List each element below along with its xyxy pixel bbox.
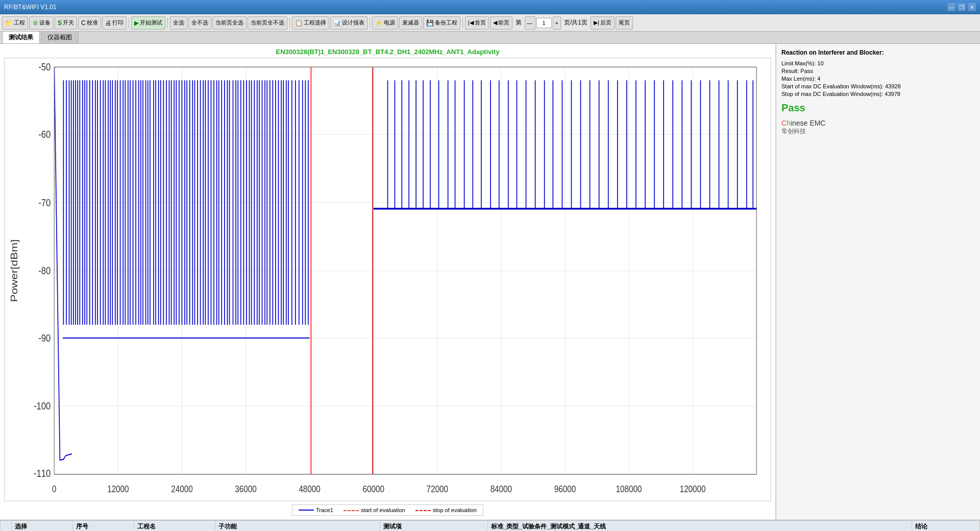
window-controls[interactable]: — ❐ ✕ (947, 3, 976, 11)
svg-text:48000: 48000 (299, 483, 320, 494)
col-select: 选择 (12, 521, 73, 532)
svg-text:12000: 12000 (107, 483, 129, 494)
svg-text:-60: -60 (38, 128, 51, 140)
title-bar: RF/BT&WIFI V1.01 — ❐ ✕ (0, 0, 980, 14)
page-input[interactable] (536, 18, 552, 28)
svg-text:-90: -90 (38, 332, 51, 344)
maximize-btn[interactable]: ❐ (958, 3, 966, 11)
chart-title: EN300328(BT)1_EN300328_BT_BT4.2_DH1_2402… (4, 48, 771, 56)
toolbar-first-page-btn[interactable]: |◀ 首页 (465, 16, 489, 30)
toolbar-project-btn[interactable]: 📁工程 (2, 16, 28, 30)
svg-text:-80: -80 (38, 264, 51, 276)
info-start-dc: Start of max DC Evaluation Window(ms): 4… (781, 83, 975, 89)
svg-text:Time[ms] (10^3): Time[ms] (10^3) (370, 499, 440, 501)
sep4 (370, 18, 370, 28)
svg-text:-50: -50 (38, 61, 51, 73)
panel-title: Reaction on Interferer and Blocker: (781, 49, 975, 56)
chart-area: EN300328(BT)1_EN300328_BT_BT4.2_DH1_2402… (0, 44, 776, 520)
svg-text:-100: -100 (34, 400, 51, 412)
toolbar-prev-page-btn[interactable]: ◀ 前页 (490, 16, 512, 30)
toolbar-next-page-btn[interactable]: ▶| 后页 (591, 16, 615, 30)
col-testitem: 测试项 (380, 521, 487, 532)
svg-text:108000: 108000 (616, 483, 642, 494)
page-label: 第 (513, 18, 524, 27)
sep1 (129, 18, 129, 28)
toolbar-print-btn[interactable]: 🖨打印 (102, 16, 127, 30)
toolbar-start-btn[interactable]: ▶开始测试 (131, 16, 165, 30)
col-seq: 序号 (72, 521, 134, 532)
svg-text:0: 0 (52, 483, 56, 494)
legend-start-line (344, 510, 359, 511)
toolbar-page-deselect-btn[interactable]: 当前页全不选 (248, 16, 287, 30)
svg-text:84000: 84000 (491, 483, 512, 494)
logo-text: Chinese EMC (781, 119, 825, 127)
col-project: 工程名 (134, 521, 215, 532)
info-result: Result: Pass (781, 68, 975, 74)
toolbar-deselect-all-btn[interactable]: 全不选 (188, 16, 211, 30)
toolbar-backup-btn[interactable]: 💾备份工程 (423, 16, 460, 30)
toolbar-calibrate-btn[interactable]: C校准 (78, 16, 101, 30)
toolbar-last-page-btn[interactable]: 尾页 (616, 16, 633, 30)
col-subfunc: 子功能 (215, 521, 380, 532)
close-btn[interactable]: ✕ (968, 3, 976, 11)
svg-text:-110: -110 (34, 467, 51, 479)
info-max-len: Max Len(ms): 4 (781, 76, 975, 82)
sep5 (462, 18, 463, 28)
sep3 (289, 18, 290, 28)
toolbar-page-select-btn[interactable]: 当前页全选 (212, 16, 247, 30)
tab-test-results[interactable]: 测试结果 (2, 31, 40, 43)
toolbar-project-select-btn[interactable]: 📋工程选择 (292, 16, 329, 30)
svg-text:120000: 120000 (680, 483, 706, 494)
svg-text:-70: -70 (38, 197, 51, 208)
right-panel: Reaction on Interferer and Blocker: Limi… (776, 44, 980, 520)
main-area: EN300328(BT)1_EN300328_BT_BT4.2_DH1_2402… (0, 44, 980, 520)
col-arrow (1, 521, 12, 532)
test-table: 选择 序号 工程名 子功能 测试项 标准_类型_试验条件_测试模式_通道_天线 … (0, 520, 980, 531)
legend-trace1-line (299, 510, 314, 511)
toolbar-report-btn[interactable]: 📊设计报表 (330, 16, 368, 30)
page-prev-btn[interactable]: — (525, 16, 535, 30)
tab-bar: 测试结果 仪器截图 (0, 32, 980, 44)
svg-text:36000: 36000 (235, 483, 256, 494)
legend-trace1-label: Trace1 (316, 507, 333, 513)
legend-start-eval: start of evaluation (344, 507, 405, 513)
toolbar-switch-btn[interactable]: S开关 (55, 16, 77, 30)
chart-legend: Trace1 start of evaluation stop of evalu… (292, 504, 483, 516)
svg-text:Power[dBm]: Power[dBm] (9, 239, 19, 302)
svg-text:96000: 96000 (554, 483, 576, 494)
legend-start-label: start of evaluation (361, 507, 405, 513)
legend-stop-label: stop of evaluation (433, 507, 477, 513)
svg-text:24000: 24000 (171, 483, 192, 494)
logo-area: Chinese EMC 常创科技 (781, 119, 975, 136)
toolbar-device-btn[interactable]: 🖥设备 (29, 16, 54, 30)
toolbar-attenuator-btn[interactable]: 衰减器 (399, 16, 422, 30)
tab-instrument-screenshot[interactable]: 仪器截图 (41, 31, 79, 43)
pass-label: Pass (781, 102, 975, 114)
toolbar: 📁工程 🖥设备 S开关 C校准 🖨打印 ▶开始测试 全选 全不选 当前页全选 当… (0, 14, 980, 32)
toolbar-select-all-btn[interactable]: 全选 (170, 16, 187, 30)
svg-text:72000: 72000 (427, 483, 448, 494)
sep2 (167, 18, 168, 28)
app-title: RF/BT&WIFI V1.01 (4, 4, 57, 11)
legend-stop-eval: stop of evaluation (415, 507, 477, 513)
table-area: 选择 序号 工程名 子功能 测试项 标准_类型_试验条件_测试模式_通道_天线 … (0, 520, 980, 531)
info-stop-dc: Stop of max DC Evaluation Window(ms): 43… (781, 91, 975, 97)
logo-sub: 常创科技 (781, 127, 975, 136)
col-standard: 标准_类型_试验条件_测试模式_通道_天线 (487, 521, 912, 532)
total-pages-label: 页/共1页 (562, 18, 590, 27)
chart-svg: -50 -60 -70 -80 -90 -100 -110 0 12000 24… (5, 58, 771, 501)
legend-stop-line (415, 510, 431, 511)
page-next-btn[interactable]: + (553, 16, 561, 30)
svg-text:60000: 60000 (362, 483, 384, 494)
toolbar-power-btn[interactable]: ⚡电源 (372, 16, 398, 30)
info-limit-max: Limit Max(%): 10 (781, 60, 975, 66)
col-conclusion: 结论 (912, 521, 979, 532)
chart-container: -50 -60 -70 -80 -90 -100 -110 0 12000 24… (4, 58, 771, 501)
minimize-btn[interactable]: — (947, 3, 955, 11)
legend-trace1: Trace1 (299, 507, 333, 513)
